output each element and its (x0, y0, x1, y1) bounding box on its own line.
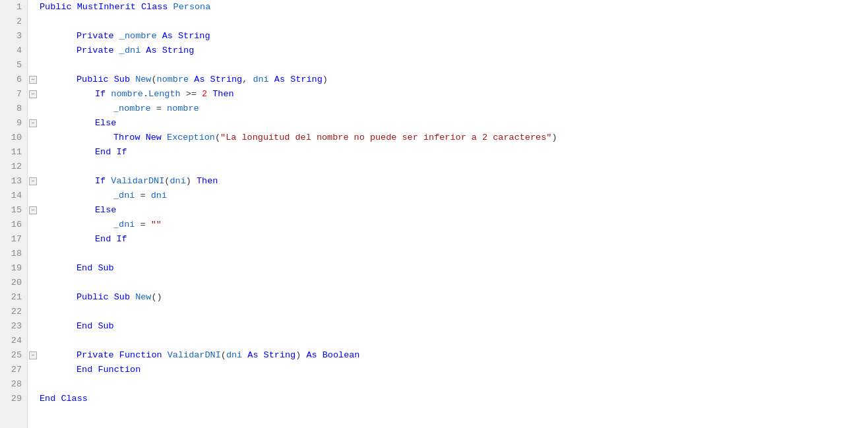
line-number: 28 (5, 377, 22, 392)
token-plain (162, 348, 168, 363)
code-line: End If (28, 232, 868, 247)
token-kw: Sub (114, 73, 130, 87)
code-line (28, 58, 868, 73)
token-plain (242, 348, 247, 363)
token-plain: . (143, 87, 148, 102)
collapse-gutter[interactable]: − (28, 90, 40, 98)
collapse-gutter[interactable]: − (28, 119, 40, 127)
token-plain (55, 392, 61, 406)
collapse-box[interactable]: − (29, 352, 37, 359)
collapse-box[interactable]: − (29, 119, 37, 127)
code-line: Public MustInherit Class Persona (28, 0, 868, 15)
token-id: dni (170, 174, 185, 189)
code-line (28, 247, 868, 261)
line-number: 13 (5, 174, 22, 189)
line-number: 29 (5, 392, 22, 406)
code-line: Private _nombre As String (28, 29, 868, 44)
token-kw: String (162, 44, 195, 58)
token-plain (111, 145, 116, 160)
token-id: nombre (111, 87, 143, 102)
code-line: −Else (28, 203, 868, 218)
token-plain (130, 73, 135, 87)
token-id: New (135, 290, 151, 305)
code-line: End Sub (28, 261, 868, 276)
line-number: 12 (5, 160, 22, 174)
code-line: Throw New Exception("La longuitud del no… (28, 131, 868, 145)
token-plain (92, 363, 98, 377)
token-kw: Sub (98, 261, 113, 276)
token-kw: End (77, 261, 92, 276)
token-kw: String (210, 73, 243, 87)
token-plain (317, 348, 323, 363)
empty-line (40, 160, 45, 174)
token-kw: Private (77, 29, 114, 44)
line-number: 27 (5, 363, 22, 377)
line-number: 3 (5, 29, 22, 44)
token-kw: Public (40, 0, 72, 15)
token-id: nombre (157, 73, 189, 87)
empty-line (40, 15, 45, 29)
token-plain (189, 73, 194, 87)
token-plain (114, 29, 119, 44)
empty-line (40, 247, 45, 261)
token-kw: If (116, 145, 127, 160)
code-line (28, 377, 868, 392)
token-plain: , (242, 73, 253, 87)
token-kw: Boolean (323, 348, 360, 363)
code-line: −If nombre.Length >= 2 Then (28, 87, 868, 102)
line-number-gutter: 1234567891011121314151617181920212223242… (0, 0, 28, 428)
token-id: ValidarDNI (168, 348, 221, 363)
collapse-gutter[interactable]: − (28, 76, 40, 84)
token-kw: If (95, 174, 106, 189)
line-number: 18 (5, 247, 22, 261)
collapse-gutter[interactable]: − (28, 177, 40, 185)
token-kw: Else (95, 116, 116, 131)
token-str: "" (151, 218, 162, 232)
line-number: 16 (5, 218, 22, 232)
token-plain: ( (151, 73, 156, 87)
token-plain (109, 73, 114, 87)
token-id: dni (151, 189, 167, 203)
line-number: 5 (5, 58, 22, 73)
token-plain (72, 0, 77, 15)
collapse-gutter[interactable]: − (28, 352, 40, 359)
collapse-box[interactable]: − (29, 206, 37, 214)
token-plain (114, 44, 119, 58)
code-line (28, 276, 868, 290)
token-id: ValidarDNI (111, 174, 164, 189)
token-plain (259, 348, 264, 363)
token-num: 2 (202, 87, 207, 102)
code-line: End Class (28, 392, 868, 406)
token-kw: End (77, 363, 92, 377)
token-kw: As (247, 348, 258, 363)
code-line (28, 334, 868, 348)
token-plain (157, 29, 162, 44)
line-number: 6 (5, 73, 22, 87)
line-number: 1 (5, 0, 22, 15)
code-line: _dni = dni (28, 189, 868, 203)
line-number: 10 (5, 131, 22, 145)
line-number: 20 (5, 276, 22, 290)
token-id: _dni (113, 218, 135, 232)
collapse-box[interactable]: − (29, 177, 37, 185)
token-plain: ) (186, 174, 197, 189)
collapse-box[interactable]: − (29, 90, 37, 98)
token-kw: If (116, 232, 127, 247)
token-id: _nombre (119, 29, 157, 44)
token-kw: Throw (113, 131, 140, 145)
token-kw: Function (119, 348, 162, 363)
token-kw: If (95, 87, 106, 102)
token-plain (162, 131, 167, 145)
line-number: 21 (5, 290, 22, 305)
empty-line (40, 276, 45, 290)
token-plain (204, 73, 210, 87)
token-kw: String (178, 29, 210, 44)
empty-line (40, 305, 45, 319)
token-plain: = (135, 218, 150, 232)
collapse-gutter[interactable]: − (28, 206, 40, 214)
token-plain (207, 87, 212, 102)
token-kw: String (264, 348, 296, 363)
collapse-box[interactable]: − (29, 76, 37, 84)
token-plain (140, 131, 146, 145)
token-id: dni (226, 348, 242, 363)
